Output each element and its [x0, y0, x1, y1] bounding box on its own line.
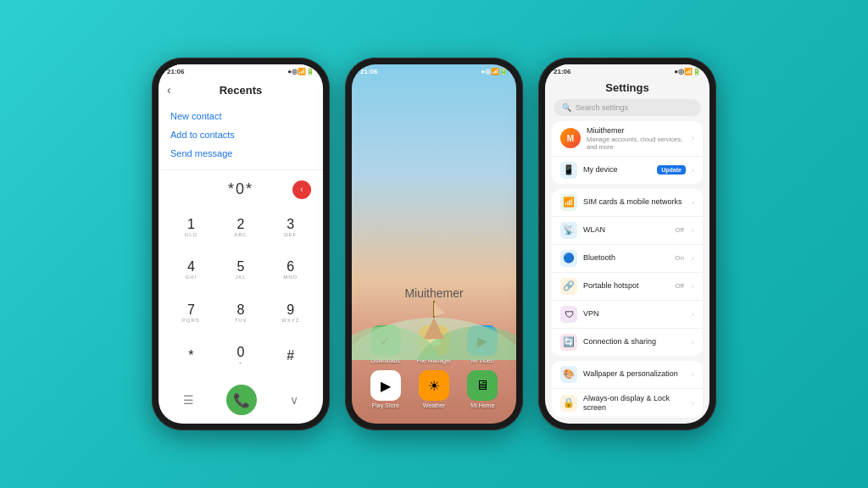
key-6[interactable]: 6MNO: [266, 250, 314, 291]
avatar: M: [560, 128, 581, 148]
sim-cards-row[interactable]: 📶 SIM cards & mobile networks ›: [552, 189, 703, 217]
play-store-label: Play Store: [372, 402, 399, 408]
play-store-icon: ▶: [370, 370, 401, 401]
chevron-icon: ›: [692, 282, 694, 291]
recents-header: ‹ Recents: [159, 78, 323, 100]
add-to-contacts-link[interactable]: Add to contacts: [170, 125, 311, 144]
key-8[interactable]: 8TUV: [217, 292, 265, 334]
sim-text: SIM cards & mobile networks: [583, 197, 686, 207]
user-text: Miuithemer Manage accounts, cloud servic…: [587, 126, 686, 151]
chevron-down-icon[interactable]: ∨: [290, 393, 298, 407]
menu-icon[interactable]: ☰: [183, 393, 194, 407]
status-bar-1: 21:06 ●◎📶🔋: [159, 64, 323, 77]
status-icons-1: ●◎📶🔋: [287, 68, 314, 75]
wlan-icon: 📡: [560, 222, 577, 239]
always-on-text: Always-on display & Lock screen: [583, 394, 686, 413]
chevron-icon: ›: [692, 254, 694, 263]
backspace-button[interactable]: ‹: [292, 180, 311, 199]
weather-label: Weather: [423, 402, 445, 408]
wlan-row[interactable]: 📡 WLAN Off ›: [552, 217, 703, 245]
search-bar[interactable]: 🔍 Search settings: [554, 99, 701, 116]
settings-connectivity-section: 📶 SIM cards & mobile networks › 📡 WLAN O…: [552, 189, 703, 356]
settings-title: Settings: [545, 78, 709, 99]
phone-1: 21:06 ●◎📶🔋 ‹ Recents New contact Add to …: [152, 58, 330, 430]
vpn-row[interactable]: 🛡 VPN ›: [552, 301, 703, 329]
dialer-number: *0*: [228, 180, 253, 198]
my-device-text: My device: [583, 165, 651, 175]
wlan-text: WLAN: [583, 225, 669, 235]
key-3[interactable]: 3DEF: [266, 207, 314, 248]
lock-screen-icon: 🔒: [560, 395, 577, 412]
time-3: 21:06: [554, 68, 570, 75]
svg-marker-5: [434, 302, 445, 316]
wlan-status: Off: [675, 226, 684, 234]
chevron-icon: ›: [692, 370, 694, 379]
hotspot-row[interactable]: 🔗 Portable hotspot Off ›: [552, 273, 703, 301]
key-1[interactable]: 1GLD: [167, 207, 215, 248]
status-icons-3: ●◎📶🔋: [674, 68, 701, 75]
status-bar-3: 21:06 ●◎📶🔋: [545, 64, 709, 77]
key-2[interactable]: 2ABC: [217, 207, 265, 248]
user-sub: Manage accounts, cloud services, and mor…: [587, 136, 686, 151]
connection-sharing-label: Connection & sharing: [583, 337, 686, 347]
key-star[interactable]: *: [167, 336, 215, 377]
time-1: 21:06: [167, 68, 184, 75]
recents-title: Recents: [220, 84, 263, 97]
sim-label: SIM cards & mobile networks: [583, 197, 686, 207]
app-play-store[interactable]: ▶ Play Store: [364, 370, 407, 408]
key-hash[interactable]: #: [266, 336, 314, 377]
time-2: 21:06: [360, 68, 377, 75]
key-9[interactable]: 9WXYZ: [266, 292, 314, 334]
bluetooth-row[interactable]: 🔵 Bluetooth On ›: [552, 245, 703, 273]
settings-screen: Settings 🔍 Search settings M Miuithemer …: [545, 78, 709, 424]
weather-icon: ☀: [419, 370, 449, 401]
new-contact-link[interactable]: New contact: [170, 107, 311, 125]
key-4[interactable]: 4GHI: [167, 250, 215, 291]
search-placeholder: Search settings: [576, 103, 628, 112]
hotspot-text: Portable hotspot: [583, 281, 669, 291]
dialer-bottom: ☰ 📞 ∨: [159, 380, 323, 424]
user-name: Miuithemer: [587, 126, 686, 136]
always-on-label: Always-on display & Lock screen: [583, 394, 686, 413]
keypad: 1GLD 2ABC 3DEF 4GHI 5JKL 6MNO 7PQRS 8TUV…: [159, 203, 323, 380]
call-button[interactable]: 📞: [226, 385, 257, 415]
mi-home-label: Mi Home: [470, 402, 494, 408]
my-device-row[interactable]: 📱 My device Update ›: [552, 157, 703, 184]
dialer-display: *0* ‹: [159, 170, 323, 203]
hotspot-label: Portable hotspot: [583, 281, 669, 291]
app-grid-row2: ▶ Play Store ☀ Weather 🖥 Mi Home: [352, 370, 516, 408]
chevron-icon: ›: [692, 166, 694, 175]
connection-sharing-text: Connection & sharing: [583, 337, 686, 347]
wlan-label: WLAN: [583, 225, 669, 235]
vpn-label: VPN: [583, 309, 686, 319]
app-mi-home[interactable]: 🖥 Mi Home: [461, 370, 504, 408]
wallpaper-text: Wallpaper & personalization: [583, 369, 686, 379]
recents-actions: New contact Add to contacts Send message: [159, 100, 323, 170]
vpn-text: VPN: [583, 309, 686, 319]
always-on-row[interactable]: 🔒 Always-on display & Lock screen ›: [552, 389, 703, 418]
chevron-icon: ›: [692, 226, 694, 235]
bluetooth-label: Bluetooth: [583, 253, 669, 263]
chevron-icon: ›: [692, 198, 694, 207]
send-message-link[interactable]: Send message: [170, 144, 311, 163]
wallpaper-icon: 🎨: [560, 366, 577, 383]
phone-3: 21:06 ●◎📶🔋 Settings 🔍 Search settings M …: [538, 58, 716, 430]
back-button[interactable]: ‹: [167, 83, 171, 97]
connection-sharing-row[interactable]: 🔄 Connection & sharing ›: [552, 329, 703, 356]
update-badge[interactable]: Update: [657, 165, 686, 175]
device-icon: 📱: [560, 162, 577, 179]
sim-icon: 📶: [560, 194, 577, 211]
phone-2: 21:06 ●◎📶🔋 Miuithemer ✓ Downloads: [345, 58, 523, 430]
bluetooth-icon: 🔵: [560, 250, 577, 267]
key-5[interactable]: 5JKL: [217, 250, 265, 291]
wallpaper-row[interactable]: 🎨 Wallpaper & personalization ›: [552, 361, 703, 389]
key-7[interactable]: 7PQRS: [167, 292, 215, 334]
search-icon: 🔍: [562, 103, 571, 112]
user-row[interactable]: M Miuithemer Manage accounts, cloud serv…: [552, 121, 703, 157]
bluetooth-status: On: [675, 254, 684, 262]
recents-screen: ‹ Recents New contact Add to contacts Se…: [159, 78, 323, 424]
key-0[interactable]: 0+: [217, 336, 265, 377]
app-weather[interactable]: ☀ Weather: [412, 370, 455, 408]
wallpaper-label: Wallpaper & personalization: [583, 369, 686, 379]
chevron-icon: ›: [692, 338, 694, 347]
